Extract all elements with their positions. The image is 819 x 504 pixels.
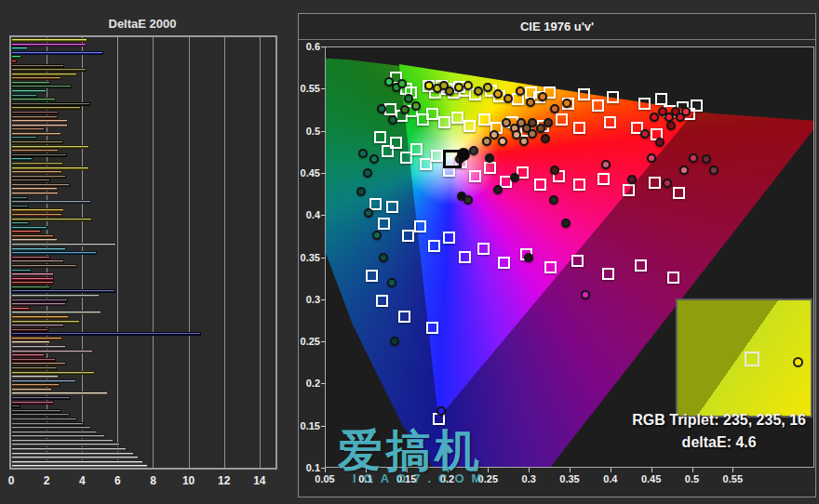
- measurement-dot-marker: [463, 195, 473, 205]
- cie-y-tick: [321, 46, 326, 47]
- reference-square-marker: [623, 184, 635, 196]
- deltae-bar: [11, 208, 64, 212]
- measurement-dot-marker: [702, 154, 711, 164]
- measurement-dot-marker: [436, 406, 446, 416]
- reference-square-marker: [438, 116, 450, 128]
- reference-square-marker: [428, 240, 440, 252]
- panel-divider: [299, 39, 815, 40]
- cie-y-tick-label: 0.2: [306, 378, 320, 389]
- measurement-dot-marker: [601, 160, 611, 169]
- delta-e-text: deltaE: 4.6: [632, 434, 806, 451]
- bar-axis-tick-label: 0: [8, 474, 15, 487]
- reference-square-marker: [571, 255, 584, 267]
- deltae-bar: [11, 388, 52, 391]
- reference-square-marker: [673, 187, 685, 199]
- deltae-bar: [11, 119, 68, 123]
- measurement-dot-marker: [538, 92, 547, 101]
- inset-target-square: [745, 351, 759, 366]
- deltae-bar: [11, 413, 70, 417]
- reference-square-marker: [366, 270, 378, 282]
- deltae-bar: [11, 170, 62, 174]
- reference-square-marker: [477, 243, 490, 255]
- cie-y-tick-label: 0.35: [301, 252, 320, 263]
- reference-square-marker: [398, 311, 410, 323]
- deltae-bar: [11, 289, 115, 293]
- reference-square-marker: [573, 122, 585, 134]
- measurement-dot-marker: [498, 137, 507, 146]
- measurement-dot-marker: [379, 253, 388, 262]
- deltae-bar: [11, 136, 37, 139]
- deltae-bar: [11, 383, 60, 387]
- deltae-bar: [11, 145, 89, 149]
- deltae-bar: [11, 192, 59, 195]
- deltae-bar: [11, 366, 58, 370]
- white-point-dot: [457, 148, 470, 161]
- cie-y-tick-label: 0.4: [306, 209, 320, 220]
- deltae-bar: [11, 281, 54, 285]
- deltae-bar: [11, 447, 127, 451]
- cie-y-tick: [321, 299, 326, 300]
- reference-square-marker: [414, 220, 426, 232]
- deltae-bar: [11, 60, 17, 63]
- cie-x-tick: [325, 468, 326, 472]
- cie-x-tick: [529, 468, 530, 472]
- bar-axis-tick-label: 8: [150, 474, 156, 487]
- deltae-bar: [11, 362, 66, 365]
- reference-square-marker: [463, 120, 476, 132]
- cie-y-tick-label: 0.5: [306, 126, 320, 137]
- deltae-bar: [11, 234, 54, 238]
- cie-x-tick: [570, 468, 571, 472]
- reference-square-marker: [667, 272, 679, 284]
- deltae-bar: [11, 345, 66, 349]
- reference-square-marker: [410, 143, 423, 155]
- deltae-bar: [11, 298, 68, 302]
- deltae-bar: [11, 311, 101, 314]
- measurement-dot-marker: [482, 137, 491, 146]
- deltae-bar: [11, 166, 89, 170]
- measurement-dot-marker: [363, 168, 372, 178]
- deltae-bar: [11, 264, 77, 268]
- deltae-bar: [11, 218, 92, 221]
- reference-square-marker: [478, 113, 490, 126]
- cie-x-tick-label: 0.55: [723, 473, 743, 484]
- deltae-bar: [11, 149, 59, 153]
- reference-square-marker: [376, 295, 388, 307]
- cie-diagram-panel: CIE 1976 u'v' 0.60.550.50.450.40.350.30.…: [298, 13, 816, 497]
- reference-square-marker: [573, 179, 585, 191]
- deltae-bar: [11, 153, 67, 157]
- deltae-bar: [11, 405, 20, 408]
- reference-square-marker: [649, 177, 661, 189]
- deltae-bar: [11, 315, 69, 319]
- deltae-bar: [11, 401, 54, 405]
- deltae-bar: [11, 375, 59, 378]
- deltae-bar: [11, 328, 48, 332]
- deltae-bar: [11, 418, 77, 421]
- cie-y-tick: [321, 258, 326, 259]
- deltae-bar: [11, 350, 93, 353]
- measurement-dot-marker: [485, 153, 494, 163]
- cie-y-tick: [321, 215, 326, 216]
- deltae-bar: [11, 259, 64, 263]
- cie-y-tick-label: 0.1: [306, 462, 320, 473]
- deltae-bar: [11, 157, 33, 161]
- deltae-bar: [11, 251, 97, 255]
- reference-square-marker: [431, 150, 443, 162]
- deltae-bar: [11, 337, 62, 340]
- deltae-bar: [11, 46, 28, 50]
- reference-square-marker: [597, 173, 610, 185]
- deltae-bar: [11, 187, 58, 191]
- deltae-bar: [11, 269, 32, 272]
- bar-chart-title: DeltaE 2000: [7, 17, 277, 31]
- measurement-dot-marker: [502, 118, 511, 127]
- deltae-bar: [11, 196, 28, 200]
- deltae-bar: [11, 76, 61, 80]
- deltae-bar: [11, 332, 201, 336]
- reference-square-marker: [426, 322, 438, 334]
- deltae-bar: [11, 64, 64, 68]
- deltae-bar: [11, 272, 54, 276]
- reference-square-marker: [386, 201, 398, 213]
- cie-y-tick-label: 0.45: [301, 167, 320, 179]
- cie-y-tick-label: 0.15: [301, 420, 320, 431]
- deltae-bar: [11, 294, 100, 298]
- deltae-bar: [11, 81, 50, 85]
